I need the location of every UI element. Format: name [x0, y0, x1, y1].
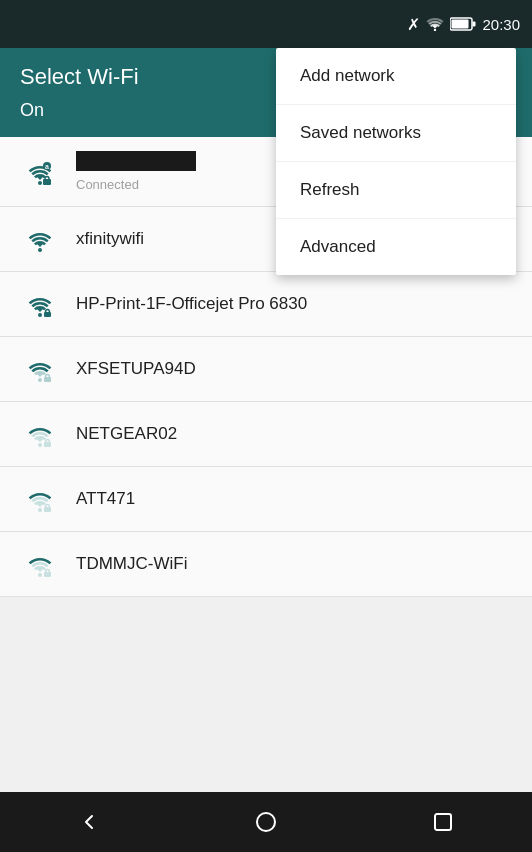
att471-name: ATT471: [76, 489, 135, 509]
svg-point-17: [38, 573, 42, 577]
svg-rect-16: [44, 507, 51, 512]
svg-rect-7: [43, 179, 51, 185]
wifi-icon-netgear02: [20, 416, 60, 452]
wifi-icon-hp-print: [20, 286, 60, 322]
wifi-icon-xfsetupa94d: [20, 351, 60, 387]
svg-rect-14: [44, 442, 51, 447]
att471-info: ATT471: [76, 489, 135, 509]
hidden-ssid-bar: [76, 151, 196, 171]
status-time: 20:30: [482, 16, 520, 33]
hp-print-info: HP-Print-1F-Officejet Pro 6830: [76, 294, 307, 314]
svg-rect-3: [473, 22, 476, 27]
menu-item-refresh[interactable]: Refresh: [276, 162, 516, 219]
dropdown-menu: Add network Saved networks Refresh Advan…: [276, 48, 516, 275]
network-item-att471[interactable]: ATT471: [0, 467, 532, 532]
netgear02-name: NETGEAR02: [76, 424, 177, 444]
menu-item-advanced[interactable]: Advanced: [276, 219, 516, 275]
network-item-netgear02[interactable]: NETGEAR02: [0, 402, 532, 467]
netgear02-info: NETGEAR02: [76, 424, 177, 444]
tdmmjc-info: TDMMJC-WiFi: [76, 554, 187, 574]
wifi-icon-connected: a: [20, 154, 60, 190]
svg-point-11: [38, 378, 42, 382]
hp-print-name: HP-Print-1F-Officejet Pro 6830: [76, 294, 307, 314]
menu-item-saved-networks[interactable]: Saved networks: [276, 105, 516, 162]
xfsetupa94d-info: XFSETUPA94D: [76, 359, 196, 379]
wifi-icon-xfinitywifi: [20, 221, 60, 257]
svg-point-19: [257, 813, 275, 831]
back-button[interactable]: [64, 797, 114, 847]
xfinitywifi-name: xfinitywifi: [76, 229, 144, 249]
svg-rect-18: [44, 572, 51, 577]
battery-icon: [450, 17, 476, 31]
menu-item-add-network[interactable]: Add network: [276, 48, 516, 105]
svg-point-9: [38, 313, 42, 317]
wifi-icon-att471: [20, 481, 60, 517]
svg-text:a: a: [45, 163, 49, 170]
svg-point-13: [38, 443, 42, 447]
svg-rect-10: [44, 312, 51, 317]
svg-point-0: [434, 29, 436, 31]
tdmmjc-name: TDMMJC-WiFi: [76, 554, 187, 574]
home-button[interactable]: [241, 797, 291, 847]
svg-rect-20: [435, 814, 451, 830]
connected-status: Connected: [76, 177, 196, 192]
wifi-icon-tdmmjc: [20, 546, 60, 582]
xfinitywifi-info: xfinitywifi: [76, 229, 144, 249]
svg-rect-12: [44, 377, 51, 382]
bluetooth-icon: ✗: [407, 15, 420, 34]
network-item-xfsetupa94d[interactable]: XFSETUPA94D: [0, 337, 532, 402]
svg-point-4: [38, 181, 42, 185]
status-icons: ✗ 20:30: [407, 15, 520, 34]
wifi-status-icon: [426, 17, 444, 31]
nav-bar: [0, 792, 532, 852]
xfsetupa94d-name: XFSETUPA94D: [76, 359, 196, 379]
status-bar: ✗ 20:30: [0, 0, 532, 48]
svg-rect-2: [452, 20, 469, 29]
network-item-tdmmjc[interactable]: TDMMJC-WiFi: [0, 532, 532, 597]
connected-network-info: Connected: [76, 151, 196, 192]
network-item-hp-print[interactable]: HP-Print-1F-Officejet Pro 6830: [0, 272, 532, 337]
svg-point-15: [38, 508, 42, 512]
recents-button[interactable]: [418, 797, 468, 847]
svg-point-8: [38, 248, 42, 252]
